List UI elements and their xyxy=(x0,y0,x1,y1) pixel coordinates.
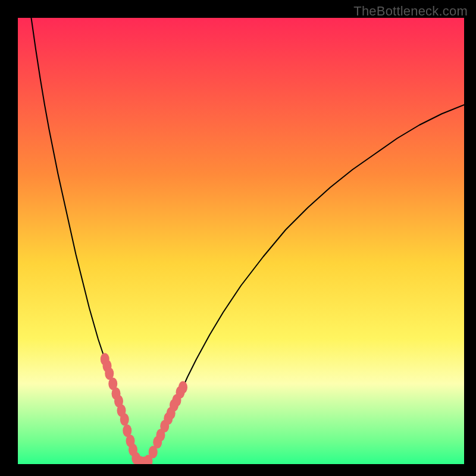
watermark-label: TheBottleneck.com xyxy=(353,4,468,19)
gradient-background xyxy=(18,18,464,464)
bead-marker xyxy=(120,414,129,426)
plot-area xyxy=(18,18,464,464)
chart-frame: TheBottleneck.com xyxy=(0,0,476,476)
bead-marker xyxy=(178,381,187,394)
bottleneck-chart xyxy=(18,18,464,464)
